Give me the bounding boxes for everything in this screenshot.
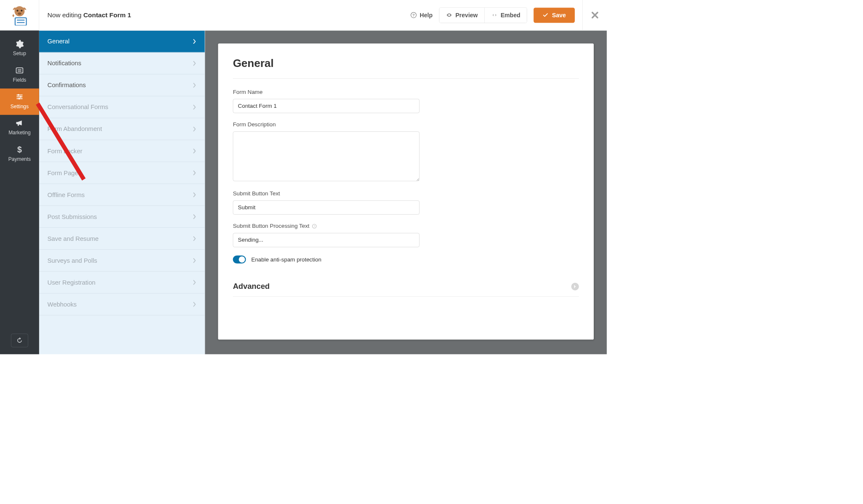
logo [0, 0, 39, 30]
preview-embed-group: Preview Embed [439, 7, 527, 23]
chevron-right-icon [193, 126, 196, 132]
sidebar-item-label: Offline Forms [47, 191, 84, 198]
antispam-toggle[interactable] [233, 256, 246, 264]
svg-point-2 [21, 10, 22, 11]
preview-button[interactable]: Preview [440, 8, 485, 23]
submit-processing-label: Submit Button Processing Text ? [233, 223, 579, 229]
form-description-label: Form Description [233, 121, 579, 128]
settings-sidebar: GeneralNotificationsConfirmationsConvers… [39, 30, 205, 354]
submit-text-input[interactable] [233, 200, 420, 215]
sidebar-item-webhooks[interactable]: Webhooks [39, 293, 205, 315]
help-icon[interactable]: ? [312, 224, 317, 229]
advanced-title: Advanced [233, 282, 270, 291]
history-icon [16, 336, 23, 344]
submit-processing-row: Submit Button Processing Text ? [233, 223, 579, 247]
help-button[interactable]: ? Help [410, 12, 433, 19]
sidebar-item-offline-forms[interactable]: Offline Forms [39, 184, 205, 206]
sidebar-item-label: Webhooks [47, 301, 76, 308]
sliders-icon [14, 92, 24, 101]
sidebar-item-form-locker[interactable]: Form Locker [39, 140, 205, 162]
advanced-section[interactable]: Advanced [233, 277, 579, 297]
sidebar-item-label: Form Abandonment [47, 125, 102, 133]
nav-label: Settings [11, 104, 29, 109]
panel-title: General [233, 57, 579, 79]
sidebar-item-user-registration[interactable]: User Registration [39, 272, 205, 293]
sidebar-item-notifications[interactable]: Notifications [39, 52, 205, 74]
form-name-row: Form Name [233, 89, 579, 113]
sidebar-item-conversational-forms[interactable]: Conversational Forms [39, 96, 205, 118]
svg-text:?: ? [314, 225, 316, 228]
help-label: Help [420, 12, 432, 19]
nav-label: Payments [8, 156, 31, 162]
sidebar-item-label: User Registration [47, 279, 95, 286]
eye-icon [446, 12, 452, 18]
embed-label: Embed [501, 12, 520, 19]
editing-form-name: Contact Form 1 [83, 11, 131, 19]
chevron-right-icon [193, 258, 196, 263]
nav-item-marketing[interactable]: Marketing [0, 115, 39, 141]
sidebar-item-post-submissions[interactable]: Post Submissions [39, 206, 205, 228]
sidebar-item-label: Post Submissions [47, 213, 96, 220]
nav-item-fields[interactable]: Fields [0, 62, 39, 89]
save-button[interactable]: Save [533, 8, 575, 23]
sidebar-item-confirmations[interactable]: Confirmations [39, 74, 205, 96]
chevron-right-icon [193, 170, 196, 176]
editing-prefix: Now editing [47, 11, 83, 19]
chevron-right-icon [193, 236, 196, 241]
editing-label: Now editing Contact Form 1 [39, 11, 131, 19]
wpforms-logo-icon [9, 5, 29, 25]
nav-label: Marketing [8, 130, 30, 136]
nav-item-payments[interactable]: $ Payments [0, 141, 39, 168]
antispam-row: Enable anti-spam protection [233, 256, 579, 264]
submit-processing-label-text: Submit Button Processing Text [233, 223, 310, 229]
form-name-input[interactable] [233, 99, 420, 113]
form-name-label: Form Name [233, 89, 579, 95]
submit-processing-input[interactable] [233, 233, 420, 247]
sidebar-item-form-pages[interactable]: Form Pages [39, 162, 205, 184]
chevron-right-icon [193, 39, 196, 44]
sidebar-item-general[interactable]: General [39, 30, 205, 52]
history-button[interactable] [11, 333, 28, 347]
chevron-right-icon [193, 192, 196, 197]
sidebar-item-form-abandonment[interactable]: Form Abandonment [39, 118, 205, 140]
svg-text:?: ? [413, 13, 415, 17]
chevron-right-icon [193, 104, 196, 110]
sidebar-item-label: Confirmations [47, 82, 86, 89]
svg-point-17 [19, 98, 20, 99]
svg-rect-4 [15, 18, 27, 25]
sidebar-item-label: Conversational Forms [47, 104, 108, 111]
svg-point-1 [16, 10, 18, 11]
submit-text-label: Submit Button Text [233, 190, 579, 197]
chevron-right-icon [193, 148, 196, 154]
sidebar-item-surveys-and-polls[interactable]: Surveys and Polls [39, 250, 205, 272]
nav-label: Setup [13, 51, 26, 56]
sidebar-item-label: Surveys and Polls [47, 257, 97, 264]
topbar: Now editing Contact Form 1 ? Help Previe… [0, 0, 607, 30]
chevron-right-icon [193, 214, 196, 219]
form-description-row: Form Description [233, 121, 579, 182]
preview-label: Preview [456, 12, 478, 19]
close-button[interactable] [582, 0, 607, 30]
sidebar-item-label: Save and Resume [47, 235, 98, 242]
chevron-right-icon [193, 280, 196, 285]
svg-rect-9 [16, 68, 23, 73]
body: Setup Fields Settings Marketing $ Paymen… [0, 30, 607, 354]
nav-item-settings[interactable]: Settings [0, 88, 39, 115]
advanced-expand-icon[interactable] [571, 283, 579, 290]
svg-point-15 [20, 96, 21, 98]
submit-text-row: Submit Button Text [233, 190, 579, 215]
embed-button[interactable]: Embed [485, 8, 527, 23]
svg-text:$: $ [17, 145, 22, 154]
settings-panel: General Form Name Form Description Submi… [218, 43, 594, 339]
form-description-input[interactable] [233, 131, 420, 181]
main-canvas: General Form Name Form Description Submi… [205, 30, 607, 354]
help-icon: ? [410, 12, 417, 18]
save-label: Save [552, 12, 566, 19]
nav-item-setup[interactable]: Setup [0, 36, 39, 62]
close-icon [590, 11, 599, 19]
antispam-label: Enable anti-spam protection [251, 256, 321, 263]
sidebar-item-label: Notifications [47, 60, 81, 67]
sidebar-item-save-and-resume[interactable]: Save and Resume [39, 228, 205, 250]
gear-icon [14, 40, 24, 48]
chevron-right-icon [193, 61, 196, 66]
